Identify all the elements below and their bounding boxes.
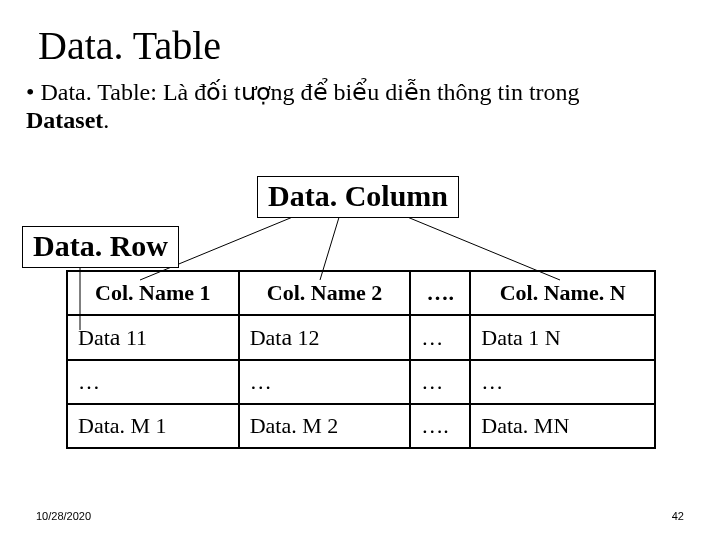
cell: … [410,360,470,404]
table-row: … … … … [67,360,655,404]
col-header: Col. Name. N [470,271,655,315]
label-data-column: Data. Column [257,176,459,218]
col-header: Col. Name 2 [239,271,411,315]
slide: Data. Table • Data. Table: Là đối tượng … [0,0,720,540]
cell: Data 12 [239,315,411,360]
bullet-suffix: . [103,107,109,133]
cell-text: Data 11 [78,325,147,350]
table-row: Data 11 Data 12 … Data 1 N [67,315,655,360]
col-header: Col. Name 1 [67,271,239,315]
cell-text: Data 12 [250,325,320,350]
cell: Data. MN [470,404,655,448]
label-data-row: Data. Row [22,226,179,268]
cell: Data. M 2 [239,404,411,448]
table-header-row: Col. Name 1 Col. Name 2 …. Col. Name. N [67,271,655,315]
table-row: Data. M 1 Data. M 2 …. Data. MN [67,404,655,448]
bullet-text: • Data. Table: Là đối tượng để biểu diễn… [26,79,666,134]
footer-date: 10/28/2020 [36,510,91,522]
bullet-prefix: • Data. Table: Là đối tượng để biểu diễn… [26,79,580,105]
bullet-bold: Dataset [26,107,103,133]
cell: … [67,360,239,404]
cell: Data. M 1 [67,404,239,448]
footer-page: 42 [672,510,684,522]
data-table: Col. Name 1 Col. Name 2 …. Col. Name. N … [66,270,656,449]
cell: Data 11 [67,315,239,360]
cell: Data 1 N [470,315,655,360]
col-header: …. [410,271,470,315]
cell: … [410,315,470,360]
cell: …. [410,404,470,448]
cell: … [239,360,411,404]
cell: … [470,360,655,404]
page-title: Data. Table [38,22,694,69]
